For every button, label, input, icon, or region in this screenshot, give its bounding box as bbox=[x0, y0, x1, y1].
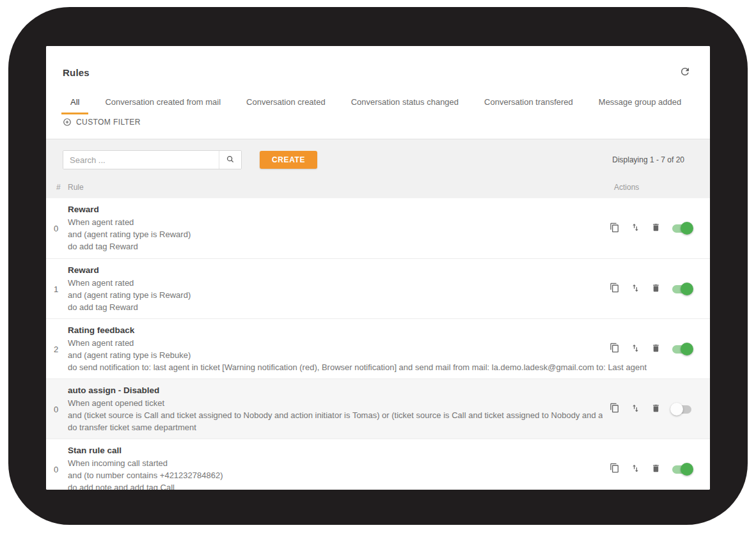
copy-icon bbox=[610, 463, 620, 475]
tab-message-group-added[interactable]: Message group added bbox=[590, 93, 690, 114]
sort-icon bbox=[631, 403, 640, 415]
enable-toggle[interactable] bbox=[670, 283, 693, 295]
sort-icon bbox=[631, 222, 640, 234]
delete-icon bbox=[651, 403, 661, 415]
rule-title: Rating feedback bbox=[68, 324, 707, 337]
table-row[interactable]: 2 Rating feedback When agent ratedand (a… bbox=[46, 318, 710, 378]
rule-order-number: 2 bbox=[54, 344, 67, 354]
column-index: # bbox=[56, 183, 68, 192]
reorder-button[interactable] bbox=[629, 222, 641, 234]
table-row[interactable]: 0 auto assign - Disabled When agent open… bbox=[46, 378, 710, 439]
sort-icon bbox=[631, 283, 640, 295]
rules-panel: Rules AllConversation created from mailC… bbox=[46, 46, 710, 490]
rule-description-line: do send notification to: last agent in t… bbox=[68, 361, 707, 373]
magnifier-icon bbox=[226, 155, 235, 166]
toolbar: CREATE Displaying 1 - 7 of 20 bbox=[46, 139, 710, 169]
delete-icon bbox=[651, 463, 661, 475]
rule-title: Reward bbox=[68, 203, 707, 216]
search-button[interactable] bbox=[219, 151, 241, 169]
row-actions bbox=[602, 217, 693, 239]
rule-order-number: 0 bbox=[54, 464, 67, 474]
copy-button[interactable] bbox=[609, 343, 620, 355]
tab-conversation-created[interactable]: Conversation created bbox=[237, 93, 335, 114]
enable-toggle[interactable] bbox=[670, 463, 693, 476]
rule-description-line: do add tag Reward bbox=[68, 301, 707, 313]
rule-description-line: do add tag Reward bbox=[68, 240, 707, 253]
search-input[interactable] bbox=[63, 151, 219, 169]
column-rule: Rule bbox=[68, 183, 84, 192]
title-row: Rules bbox=[46, 46, 710, 79]
filter-tabs: AllConversation created from mailConvers… bbox=[54, 93, 710, 114]
rule-order-number: 0 bbox=[54, 404, 67, 414]
refresh-icon bbox=[679, 66, 691, 79]
toggle-knob bbox=[681, 463, 693, 476]
row-actions bbox=[602, 398, 693, 420]
create-button[interactable]: CREATE bbox=[260, 151, 317, 169]
copy-icon bbox=[610, 403, 620, 415]
toggle-knob bbox=[681, 222, 693, 235]
copy-icon bbox=[610, 283, 620, 295]
table-row[interactable]: 1 Reward When agent ratedand (agent rati… bbox=[46, 258, 710, 318]
reorder-button[interactable] bbox=[629, 403, 641, 415]
delete-button[interactable] bbox=[650, 222, 661, 234]
page-title: Rules bbox=[63, 67, 90, 78]
tab-conversation-transfered[interactable]: Conversation transfered bbox=[475, 93, 582, 114]
reorder-button[interactable] bbox=[629, 343, 641, 355]
table-row[interactable]: 0 Reward When agent ratedand (agent rati… bbox=[46, 198, 710, 258]
rule-description-line: do transfer ticket same department bbox=[68, 421, 707, 433]
rule-order-number: 1 bbox=[54, 284, 67, 293]
circle-plus-icon bbox=[63, 118, 72, 127]
rule-title: Stan rule call bbox=[68, 444, 707, 457]
column-actions: Actions bbox=[614, 183, 693, 192]
copy-button[interactable] bbox=[609, 463, 620, 475]
copy-button[interactable] bbox=[609, 283, 620, 295]
tab-conversation-status-changed[interactable]: Conversation status changed bbox=[342, 93, 468, 114]
rule-description-line: do add note and add tag Call bbox=[68, 481, 707, 490]
delete-button[interactable] bbox=[650, 343, 661, 355]
table-row[interactable]: 0 Stan rule call When incoming call star… bbox=[46, 439, 710, 490]
row-actions bbox=[602, 278, 693, 300]
rule-order-number: 0 bbox=[54, 224, 67, 233]
rule-title: auto assign - Disabled bbox=[68, 384, 707, 397]
custom-filter-button[interactable]: CUSTOM FILTER bbox=[63, 118, 141, 127]
delete-button[interactable] bbox=[650, 463, 661, 475]
enable-toggle[interactable] bbox=[670, 343, 693, 355]
sort-icon bbox=[631, 343, 640, 355]
sort-icon bbox=[631, 463, 640, 475]
refresh-button[interactable] bbox=[678, 65, 692, 79]
delete-icon bbox=[651, 283, 661, 295]
page-background: Rules AllConversation created from mailC… bbox=[0, 0, 756, 537]
copy-icon bbox=[610, 343, 620, 355]
reorder-button[interactable] bbox=[629, 283, 641, 295]
delete-icon bbox=[651, 222, 661, 234]
rules-list: 0 Reward When agent ratedand (agent rati… bbox=[46, 198, 710, 490]
custom-filter-label: CUSTOM FILTER bbox=[76, 118, 141, 127]
panel-header: Rules AllConversation created from mailC… bbox=[46, 46, 710, 139]
reorder-button[interactable] bbox=[629, 463, 641, 475]
copy-icon bbox=[610, 222, 620, 235]
search-group bbox=[63, 150, 242, 169]
delete-icon bbox=[651, 343, 661, 355]
table-header: # Rule Actions bbox=[46, 183, 710, 192]
pagination-status: Displaying 1 - 7 of 20 bbox=[612, 155, 684, 164]
tab-conversation-created-from-mail[interactable]: Conversation created from mail bbox=[96, 93, 230, 114]
delete-button[interactable] bbox=[650, 283, 661, 295]
toolbar-band: CREATE Displaying 1 - 7 of 20 # Rule Act… bbox=[46, 139, 710, 198]
copy-button[interactable] bbox=[609, 403, 620, 415]
rule-title: Reward bbox=[68, 264, 707, 277]
delete-button[interactable] bbox=[650, 403, 661, 415]
enable-toggle[interactable] bbox=[670, 403, 693, 416]
enable-toggle[interactable] bbox=[670, 222, 693, 235]
copy-button[interactable] bbox=[609, 222, 620, 234]
row-actions bbox=[602, 338, 693, 360]
row-actions bbox=[602, 458, 693, 480]
toggle-knob bbox=[681, 283, 693, 295]
toggle-knob bbox=[681, 343, 693, 355]
tab-all[interactable]: All bbox=[61, 93, 88, 114]
toggle-knob bbox=[670, 403, 683, 416]
